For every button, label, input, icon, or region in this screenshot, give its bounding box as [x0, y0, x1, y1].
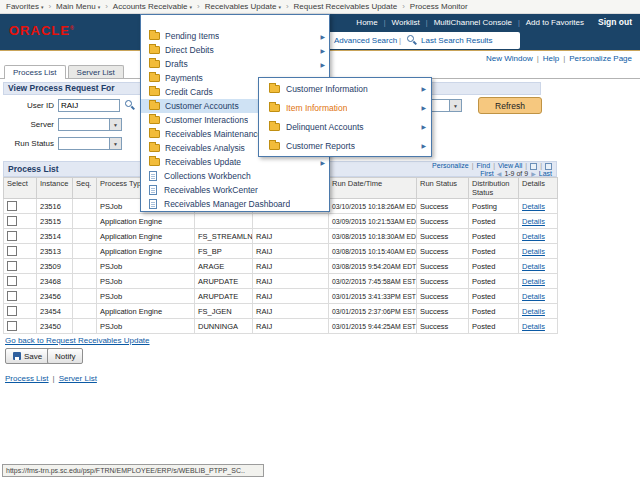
header-link-home[interactable]: Home: [356, 18, 377, 27]
menu-item-label: Customer Interactions: [165, 115, 248, 125]
header-link-add-to-favorites[interactable]: Add to Favorites: [526, 18, 584, 27]
breadcrumb-item-request-receivables-update[interactable]: Request Receivables Update: [294, 2, 398, 11]
header-link-separator: |: [518, 19, 520, 26]
user-id-label: User ID: [0, 101, 54, 110]
details-link[interactable]: Details: [522, 247, 545, 256]
menu-item-label: Payments: [165, 73, 203, 83]
application-window: Favorites▾›Main Menu▾›Accounts Receivabl…: [0, 0, 640, 480]
submenu-item-customer-reports[interactable]: Customer Reports▶: [259, 136, 431, 155]
personalize-link[interactable]: Personalize: [432, 162, 469, 170]
cell-process-type: PSJob: [97, 274, 195, 289]
tab-server-list[interactable]: Server List: [68, 65, 124, 78]
menu-item-drafts[interactable]: Drafts▶: [141, 57, 329, 71]
download-icon[interactable]: [545, 163, 552, 170]
row-checkbox[interactable]: [7, 231, 17, 241]
row-checkbox[interactable]: [7, 291, 17, 301]
search-icon: [407, 35, 418, 46]
cell-distribution-status: Posting: [469, 199, 519, 214]
cell-seq: [73, 229, 97, 244]
notify-button[interactable]: Notify: [47, 348, 83, 364]
details-link[interactable]: Details: [522, 232, 545, 241]
user-id-input[interactable]: [58, 99, 120, 112]
column-header-run-status: Run Status: [417, 178, 469, 199]
row-checkbox[interactable]: [7, 216, 17, 226]
go-back-link[interactable]: Go back to Request Receivables Update: [5, 336, 150, 345]
breadcrumb-item-process-monitor[interactable]: Process Monitor: [410, 2, 468, 11]
cell-user: RAIJ: [253, 304, 329, 319]
footer-link-server-list[interactable]: Server List: [59, 374, 97, 383]
footer-link-process-list[interactable]: Process List: [5, 374, 49, 383]
save-icon: [13, 352, 21, 360]
cell-instance: 23450: [37, 319, 73, 334]
cell-instance: 23514: [37, 229, 73, 244]
breadcrumb-item-favorites[interactable]: Favorites▾: [6, 2, 43, 11]
row-checkbox[interactable]: [7, 246, 17, 256]
submenu-item-customer-information[interactable]: Customer Information▶: [259, 79, 431, 98]
details-link[interactable]: Details: [522, 307, 545, 316]
row-checkbox[interactable]: [7, 201, 17, 211]
run-status-dropdown[interactable]: ▼: [58, 137, 122, 150]
cell-process-name: FS_JGEN: [195, 304, 253, 319]
row-checkbox[interactable]: [7, 276, 17, 286]
details-link[interactable]: Details: [522, 322, 545, 331]
cell-run-datetime: 03/08/2015 10:15:40AM EDT: [329, 244, 417, 259]
details-link[interactable]: Details: [522, 217, 545, 226]
sign-out-link[interactable]: Sign out: [598, 17, 632, 27]
server-dropdown[interactable]: ▼: [58, 118, 122, 131]
menu-item-collections-workbench[interactable]: Collections Workbench: [141, 169, 329, 183]
oracle-logo-text: ORACLE: [9, 23, 70, 38]
help-link[interactable]: Help: [543, 54, 559, 63]
view-all-link[interactable]: View All: [498, 162, 522, 170]
breadcrumb-item-main-menu[interactable]: Main Menu▾: [56, 2, 100, 11]
table-row: 23454Application EngineFS_JGENRAIJ03/01/…: [4, 304, 558, 319]
oracle-logo: ORACLE®: [9, 23, 75, 38]
cell-distribution-status: Posted: [469, 289, 519, 304]
server-label: Server: [0, 120, 54, 129]
details-link[interactable]: Details: [522, 202, 545, 211]
details-link[interactable]: Details: [522, 277, 545, 286]
menu-item-pending-items[interactable]: Pending Items▶: [141, 29, 329, 43]
row-checkbox[interactable]: [7, 261, 17, 271]
menu-item-direct-debits[interactable]: Direct Debits▶: [141, 43, 329, 57]
breadcrumb-label: Receivables Update: [205, 2, 277, 11]
cell-process-name: [195, 214, 253, 229]
menu-item-receivables-workcenter[interactable]: Receivables WorkCenter: [141, 183, 329, 197]
lookup-icon[interactable]: [125, 100, 136, 111]
zoom-grid-icon[interactable]: [530, 163, 537, 170]
cell-run-datetime: 03/08/2015 9:54:20AM EDT: [329, 259, 417, 274]
cell-process-type: PSJob: [97, 289, 195, 304]
header-link-multichannel-console[interactable]: MultiChannel Console: [434, 18, 512, 27]
submenu-item-delinquent-accounts[interactable]: Delinquent Accounts▶: [259, 117, 431, 136]
header-link-worklist[interactable]: Worklist: [392, 18, 420, 27]
submenu-item-item-information[interactable]: Item Information▶: [259, 98, 431, 117]
cell-user: RAIJ: [253, 274, 329, 289]
breadcrumb-item-receivables-update[interactable]: Receivables Update▾: [205, 2, 281, 11]
submenu-arrow-icon: ▶: [320, 33, 325, 40]
menu-item-receivables-manager-dashboard[interactable]: Receivables Manager Dashboard: [141, 197, 329, 211]
cell-distribution-status: Posted: [469, 304, 519, 319]
cell-user: RAIJ: [253, 229, 329, 244]
cell-distribution-status: Posted: [469, 259, 519, 274]
cell-seq: [73, 274, 97, 289]
menu-item-receivables-update[interactable]: Receivables Update▶: [141, 155, 329, 169]
cell-run-status: Success: [417, 319, 469, 334]
cell-instance: 23516: [37, 199, 73, 214]
refresh-button[interactable]: Refresh: [478, 97, 542, 114]
breadcrumb-item-accounts-receivable[interactable]: Accounts Receivable▾: [113, 2, 192, 11]
new-window-link[interactable]: New Window: [486, 54, 533, 63]
menu-item-label: Customer Accounts: [165, 101, 239, 111]
personalize-page-link[interactable]: Personalize Page: [569, 54, 632, 63]
column-header-run-date-time: Run Date/Time: [329, 178, 417, 199]
tab-process-list[interactable]: Process List: [4, 65, 66, 79]
row-checkbox[interactable]: [7, 306, 17, 316]
row-checkbox[interactable]: [7, 321, 17, 331]
details-link[interactable]: Details: [522, 262, 545, 271]
cell-process-name: ARUPDATE: [195, 274, 253, 289]
find-link[interactable]: Find: [477, 162, 491, 170]
cell-distribution-status: Posted: [469, 319, 519, 334]
last-search-results-link[interactable]: Last Search Results: [421, 36, 493, 45]
details-link[interactable]: Details: [522, 292, 545, 301]
save-button[interactable]: Save: [5, 348, 50, 364]
notify-label: Notify: [55, 352, 75, 361]
advanced-search-link[interactable]: Advanced Search: [334, 36, 397, 45]
